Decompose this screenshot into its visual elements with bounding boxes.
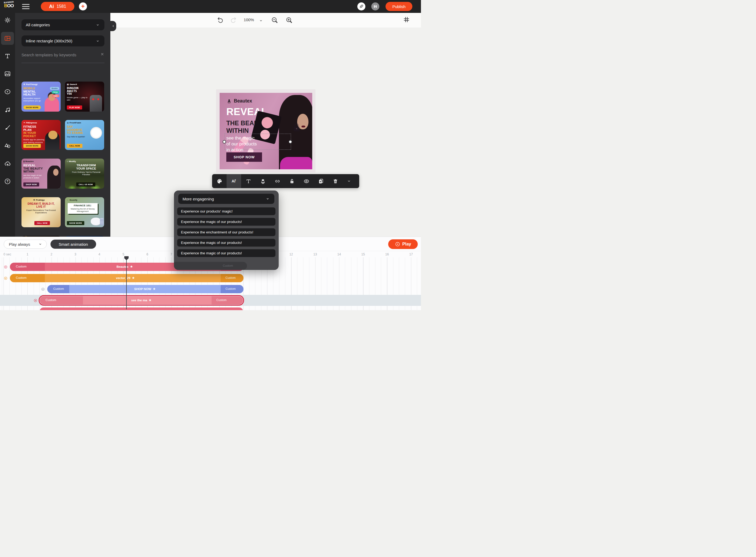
track-lead-segment[interactable]: Custom <box>10 263 45 271</box>
text-style-icon <box>245 178 252 184</box>
sidebar-item-draw[interactable] <box>1 121 14 134</box>
play-mode-dropdown[interactable]: Play always <box>4 240 47 249</box>
search-clear-icon[interactable] <box>100 52 105 56</box>
grid-toggle-button[interactable] <box>403 16 410 23</box>
timeline-track-vector_29[interactable]: CustomCustom <box>10 274 244 282</box>
template-tags: BreatheRelaxCalm <box>50 87 59 97</box>
suggestion-item[interactable]: Experience our products' magic! <box>177 207 276 215</box>
template-card-freshfoam[interactable]: ◍FreshFoamSAYGOODBYETO STAINSSay hello t… <box>65 120 104 150</box>
toolbar-link-button[interactable] <box>270 174 285 188</box>
track-visibility-toggle[interactable] <box>3 265 8 269</box>
undo-button[interactable] <box>216 17 224 24</box>
sidebar-item-templates[interactable] <box>1 32 14 45</box>
selection-handle-left[interactable] <box>223 140 226 144</box>
track-lead-segment[interactable]: Custom <box>47 285 69 293</box>
track-ghost-segment: Custom <box>174 262 247 270</box>
template-brand: ▮Beautex <box>23 160 34 163</box>
undo-icon <box>216 17 224 24</box>
track-trail-segment[interactable]: Custom <box>221 285 244 293</box>
banner-cta-button[interactable]: SHOP NOW <box>226 152 262 162</box>
suggestion-item[interactable]: Experience the magic of our products! <box>177 218 276 226</box>
draw-icon <box>4 124 11 131</box>
track-visibility-toggle[interactable] <box>41 287 45 291</box>
sidebar-item-shapes[interactable] <box>1 139 14 152</box>
track-visibility-toggle[interactable] <box>3 276 8 281</box>
redo-button[interactable] <box>230 17 237 24</box>
timeline-track-see-the-ma[interactable]: CustomCustom <box>40 296 243 304</box>
timeline-play-button[interactable]: Play <box>388 239 418 249</box>
ruler-tick: 12 <box>289 253 293 256</box>
template-brand: ⌂Modify <box>67 160 76 163</box>
templates-panel: All categories Inline rectangle (300x250… <box>15 13 110 237</box>
template-card-beautex[interactable]: ▮BeautexREVEALTHE BEAUTYWITHINsee the ma… <box>22 158 61 188</box>
smart-animation-button[interactable]: Smart animation <box>51 240 96 249</box>
template-card-econify[interactable]: ☞EconifyFINANCE 101:Mastering the Art of… <box>65 197 104 227</box>
toolbar-text-style-button[interactable] <box>241 174 256 188</box>
template-subtitle: Mobile app for planning your training se… <box>23 139 48 144</box>
track-lead-segment[interactable]: Custom <box>10 274 45 282</box>
track-trail-segment[interactable]: Custom <box>212 296 243 304</box>
tone-dropdown[interactable]: More engagening <box>178 194 274 204</box>
template-cta: PLAY NOW <box>67 106 82 110</box>
share-link-button[interactable] <box>357 2 365 10</box>
template-card-gamex[interactable]: ▦GameXDUNGEONAWAITSYOUMobile game — play… <box>65 82 104 112</box>
chevron-down-icon <box>258 18 263 23</box>
publish-button[interactable]: Publish <box>386 2 412 11</box>
sidebar-item-help[interactable]: ? <box>1 175 14 188</box>
size-dropdown[interactable]: Inline rectangle (300x250) <box>22 35 105 47</box>
toolbar-visibility-button[interactable] <box>299 174 314 188</box>
toolbar-lock-button[interactable] <box>285 174 299 188</box>
template-card-fitexpress[interactable]: ✦FitExpressFITNESSPLANIN YOURPOCKETMobil… <box>22 120 61 150</box>
suggestion-item[interactable]: Experience the magic of our products! <box>177 249 276 257</box>
banner-brand-logo[interactable]: Beautex <box>227 98 252 104</box>
selection-handle-right[interactable] <box>288 140 292 144</box>
tone-dropdown-value: More engagening <box>183 197 265 201</box>
ruler-tick: 7 <box>170 253 172 256</box>
zoom-in-icon <box>285 17 293 24</box>
sidebar-item-text[interactable] <box>1 50 14 62</box>
track-visibility-toggle[interactable] <box>33 298 37 303</box>
timeline-track[interactable] <box>40 307 243 310</box>
sidebar-item-audio[interactable] <box>1 104 14 116</box>
play-circle-icon <box>395 241 400 247</box>
toolbar-more-button[interactable] <box>342 174 356 188</box>
zoom-dropdown-chevron-icon[interactable] <box>258 18 263 23</box>
suggestion-item[interactable]: Experience the magic of our products! <box>177 239 276 246</box>
ai-credits-button[interactable]: Ai 1581 <box>41 2 74 11</box>
ruler-tick: 2 <box>51 253 52 256</box>
add-new-button[interactable]: + <box>79 2 87 10</box>
link-icon <box>274 178 281 184</box>
hamburger-menu-icon[interactable] <box>22 4 30 10</box>
zoom-out-button[interactable] <box>271 17 278 24</box>
banner-brand-name: Beautex <box>234 98 252 104</box>
sidebar-item-uploads[interactable] <box>1 157 14 170</box>
zoom-in-button[interactable] <box>285 17 293 24</box>
toolbar-ai-rewrite-button[interactable]: Ai <box>227 174 241 188</box>
ruler-tick: 3 <box>75 253 77 256</box>
toolbar-duplicate-button[interactable] <box>314 174 328 188</box>
sidebar-item-video[interactable] <box>1 85 14 98</box>
template-card-purithougt[interactable]: ❋PuriThougtMOBILEMENTAL HEALTHAccessible… <box>22 82 61 112</box>
bannerboo-logo[interactable]: BANNER BOO <box>2 1 15 8</box>
category-dropdown[interactable]: All categories <box>22 19 105 30</box>
collapse-panel-button[interactable] <box>110 21 116 31</box>
track-lead-segment[interactable]: Custom <box>40 296 83 304</box>
timeline-track-shop-now[interactable]: CustomCustom <box>47 285 243 293</box>
save-button[interactable] <box>371 2 379 10</box>
template-card-modify[interactable]: ⌂ModifyTRANSFORMYOUR SPACEFrom Ordinary … <box>65 158 104 188</box>
banner-body-text[interactable]: see the magic of our products in action <box>226 135 257 153</box>
sidebar-item-settings[interactable] <box>1 14 14 27</box>
toolbar-color-button[interactable] <box>212 174 227 188</box>
toolbar-layers-button[interactable] <box>256 174 270 188</box>
search-input[interactable] <box>22 53 96 57</box>
track-trail-segment[interactable]: Custom <box>221 274 244 282</box>
toolbar-delete-button[interactable] <box>328 174 342 188</box>
sidebar-item-images[interactable] <box>1 67 14 80</box>
template-subtitle: Expert Renovations That Exceed Expectati… <box>25 209 57 214</box>
template-brand: ☞Econify <box>67 199 77 201</box>
template-card-proedge[interactable]: ✚ProEdgeDREAM IT, BUILD IT,LIVE ITExpert… <box>22 197 61 227</box>
eye-dot-icon <box>3 276 8 281</box>
top-bar: BANNER BOO Ai 1581 + Publish <box>0 0 421 13</box>
banner-artboard[interactable]: Beautex REVEAL THE BEAUTY WITHIN see the… <box>220 93 312 169</box>
suggestion-item[interactable]: Experience the enchantment of our produc… <box>177 228 276 236</box>
